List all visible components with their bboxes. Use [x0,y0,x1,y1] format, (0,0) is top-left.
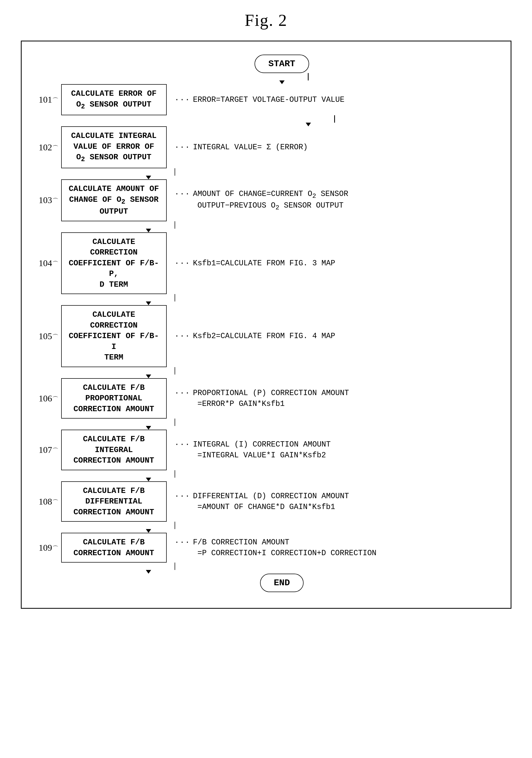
diagram-border: START 101⌒ CALCULATE ERROR OFO2 SENSOR O… [21,41,512,609]
annotation-107: ···INTEGRAL (I) CORRECTION AMOUNT =INTEG… [175,439,495,461]
annotation-104: ···Ksfb1=CALCULATE FROM FIG. 3 MAP [175,258,495,269]
connector-106-107 [37,419,495,430]
flow-row-106: 106⌒ CALCULATE F/BPROPORTIONALCORRECTION… [37,378,495,419]
step-box-108: CALCULATE F/BDIFFERENTIALCORRECTION AMOU… [61,481,167,522]
step-box-103: CALCULATE AMOUNT OFCHANGE OF O2 SENSOROU… [61,179,167,221]
step-label-101: 101⌒ [37,95,61,105]
annotation-109: ···F/B CORRECTION AMOUNT =P CORRECTION+I… [175,537,495,559]
step-label-102: 102⌒ [37,142,61,153]
end-node: END [260,574,303,592]
step-label-108: 108⌒ [37,497,61,507]
annotation-103: ···AMOUNT OF CHANGE=CURRENT O2 SENSOR OU… [175,188,495,212]
annotation-105: ···Ksfb2=CALCULATE FROM FIG. 4 MAP [175,330,495,342]
step-label-103: 103⌒ [37,195,61,205]
connector-105-106 [37,367,495,378]
step-box-104: CALCULATE CORRECTIONCOEFFICIENT OF F/B-P… [61,232,167,294]
flow-row-104: 104⌒ CALCULATE CORRECTIONCOEFFICIENT OF … [37,232,495,294]
annotation-108: ···DIFFERENTIAL (D) CORRECTION AMOUNT =A… [175,491,495,512]
figure-title: Fig. 2 [245,11,287,30]
flow-row-108: 108⌒ CALCULATE F/BDIFFERENTIALCORRECTION… [37,481,495,522]
connector-109-end [37,563,495,574]
step-box-109: CALCULATE F/BCORRECTION AMOUNT [61,533,167,563]
step-label-106: 106⌒ [37,394,61,403]
step-box-102: CALCULATE INTEGRALVALUE OF ERROR OFO2 SE… [61,126,167,168]
step-label-109: 109⌒ [37,543,61,553]
start-node: START [255,54,309,73]
step-box-107: CALCULATE F/B INTEGRALCORRECTION AMOUNT [61,430,167,470]
connector-102-103 [37,168,495,179]
flow-row-102: 102⌒ CALCULATE INTEGRALVALUE OF ERROR OF… [37,126,495,168]
step-label-104: 104⌒ [37,258,61,268]
connector-108-109 [37,522,495,533]
step-label-107: 107⌒ [37,445,61,455]
connector-101-102 [37,115,495,126]
step-label-105: 105⌒ [37,331,61,341]
step-box-105: CALCULATE CORRECTIONCOEFFICIENT OF F/B-I… [61,305,167,367]
annotation-102: ···INTEGRAL VALUE= Σ (ERROR) [175,142,495,153]
end-node-row: END [37,574,495,592]
step-box-101: CALCULATE ERROR OFO2 SENSOR OUTPUT [61,84,167,115]
connector-107-108 [37,470,495,481]
annotation-106: ···PROPORTIONAL (P) CORRECTION AMOUNT =E… [175,388,495,409]
flow-row-109: 109⌒ CALCULATE F/BCORRECTION AMOUNT ···F… [37,533,495,563]
flow-row-103: 103⌒ CALCULATE AMOUNT OFCHANGE OF O2 SEN… [37,179,495,221]
flow-row-101: 101⌒ CALCULATE ERROR OFO2 SENSOR OUTPUT … [37,84,495,115]
connector-start [37,73,495,84]
connector-103-104 [37,221,495,232]
annotation-101: ···ERROR=TARGET VOLTAGE-OUTPUT VALUE [175,94,495,106]
flow-row-105: 105⌒ CALCULATE CORRECTIONCOEFFICIENT OF … [37,305,495,367]
connector-104-105 [37,294,495,305]
step-box-106: CALCULATE F/BPROPORTIONALCORRECTION AMOU… [61,378,167,419]
start-node-row: START [37,54,495,73]
flow-row-107: 107⌒ CALCULATE F/B INTEGRALCORRECTION AM… [37,430,495,470]
